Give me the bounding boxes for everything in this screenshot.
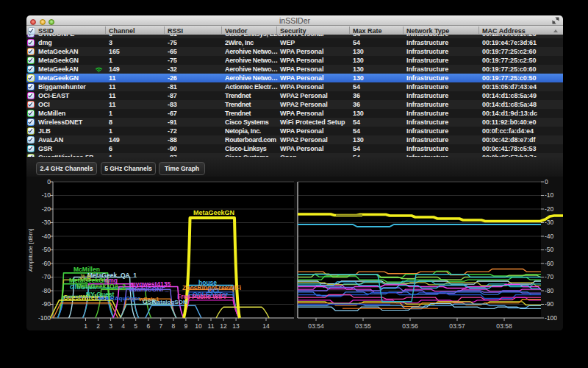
- svg-text:-20: -20: [42, 205, 51, 213]
- svg-text:-20: -20: [545, 205, 554, 213]
- svg-text:13: 13: [232, 322, 240, 330]
- svg-text:-40: -40: [545, 233, 554, 240]
- svg-text:-60: -60: [545, 260, 554, 267]
- svg-text:12: 12: [220, 322, 227, 330]
- svg-text:9: 9: [184, 322, 188, 330]
- svg-text:14: 14: [262, 322, 270, 330]
- svg-text:-30: -30: [42, 219, 51, 226]
- svg-text:MetaGeekGN: MetaGeekGN: [193, 209, 234, 216]
- svg-text:-10: -10: [545, 191, 554, 199]
- svg-text:5: 5: [134, 322, 137, 330]
- svg-text:-60: -60: [42, 260, 51, 267]
- svg-text:03:57: 03:57: [449, 322, 465, 330]
- svg-text:3: 3: [109, 322, 112, 330]
- svg-text:-50: -50: [42, 246, 51, 253]
- svg-text:-90: -90: [42, 300, 51, 308]
- svg-text:-100: -100: [38, 314, 51, 322]
- svg-text:-70: -70: [545, 273, 554, 280]
- svg-text:03:56: 03:56: [402, 322, 418, 330]
- svg-text:6: 6: [146, 322, 150, 330]
- svg-text:8: 8: [172, 322, 176, 330]
- svg-text:-70: -70: [42, 273, 51, 280]
- svg-text:03:55: 03:55: [355, 322, 371, 330]
- svg-text:2: 2: [96, 322, 100, 330]
- svg-text:-80: -80: [42, 287, 51, 294]
- svg-text:Amplitude [dBm]: Amplitude [dBm]: [27, 229, 34, 272]
- svg-text:03:54: 03:54: [308, 322, 324, 330]
- svg-text:03:58: 03:58: [496, 322, 512, 330]
- svg-text:-50: -50: [545, 246, 554, 253]
- svg-text:11: 11: [208, 322, 215, 330]
- svg-text:10: 10: [195, 322, 202, 330]
- svg-text:-5B8-RAquOqsa: -5B8-RAquOqsa: [96, 295, 141, 302]
- svg-text:-90: -90: [545, 300, 554, 308]
- svg-text:0: 0: [545, 178, 548, 185]
- svg-text:adamlCONF_: adamlCONF_: [129, 286, 169, 293]
- svg-text:-10: -10: [42, 191, 51, 199]
- svg-text:-40: -40: [42, 233, 51, 240]
- svg-text:7: 7: [159, 322, 162, 330]
- svg-text:MetaGeek_QA_2: MetaGeek_QA_2: [76, 283, 126, 290]
- svg-text:1: 1: [84, 322, 87, 330]
- svg-text:-80: -80: [545, 287, 554, 294]
- svg-text:4: 4: [121, 322, 125, 330]
- svg-text:Free Public WiFi: Free Public WiFi: [177, 293, 226, 300]
- svg-text:-100: -100: [545, 314, 557, 322]
